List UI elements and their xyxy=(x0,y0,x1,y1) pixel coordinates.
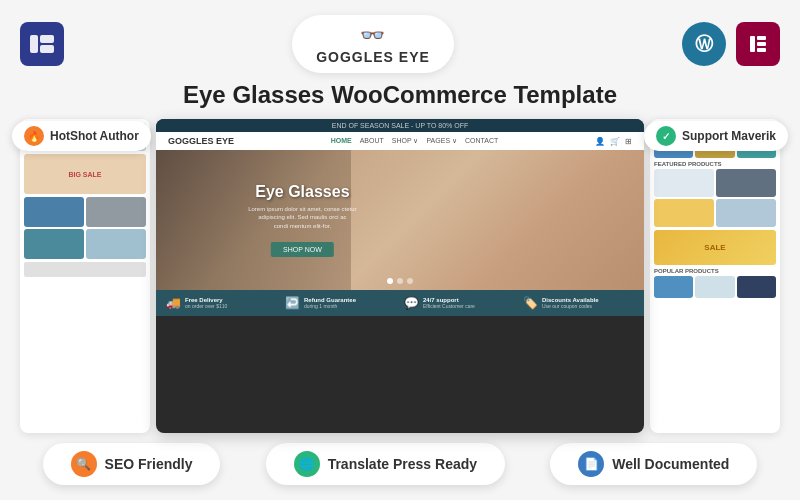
wordpress-logo: Ⓦ xyxy=(682,22,726,66)
well-documented-badge: 📄 Well Documented xyxy=(550,443,757,485)
refund-icon: ↩️ xyxy=(285,296,300,310)
support-maverik-badge: ✓ Support Maverik xyxy=(644,121,788,151)
dot-3 xyxy=(407,278,413,284)
dot-1 xyxy=(387,278,393,284)
featured-products-title: FEATURED PRODUCTS xyxy=(654,161,776,167)
main-container: 👓 GOGGLES EYE Ⓦ Eye Glasses WooCommerce … xyxy=(0,0,800,500)
cp-hero-title: Eye Glasses xyxy=(248,183,356,201)
cp-announcement-text: END OF SEASON SALE - UP TO 80% OFF xyxy=(164,122,636,129)
main-title: Eye Glasses WooCommerce Template xyxy=(183,81,617,109)
right-preview-panel: FEATURED PRODUCTS SALE POPULAR PRODUCTS xyxy=(650,119,780,433)
support-label: Support Maverik xyxy=(682,129,776,143)
cp-features-bar: 🚚 Free Delivery on order over $110 ↩️ Re… xyxy=(156,290,644,316)
seo-icon: 🔍 xyxy=(71,451,97,477)
seo-label: SEO Friendly xyxy=(105,456,193,472)
lp-banner: BIG SALE xyxy=(24,154,146,194)
nav-item-home: HOME xyxy=(331,137,352,145)
elementor-logo xyxy=(736,22,780,66)
discount-subtitle: Use our coupon codes xyxy=(542,303,599,309)
support-chat-icon: 💬 xyxy=(404,296,419,310)
cp-announcement-bar: END OF SEASON SALE - UP TO 80% OFF xyxy=(156,119,644,132)
feature-refund: ↩️ Refund Guarantee during 1 month xyxy=(285,296,396,310)
rp-popular-row xyxy=(654,276,776,298)
cp-nav-logo: GOGGLES EYE xyxy=(168,136,234,146)
cp-hero-section: Eye Glasses Lorem ipsum dolor sit amet, … xyxy=(156,150,644,290)
translate-press-badge: 🌐 Translate Press Ready xyxy=(266,443,505,485)
cp-nav-items: HOME ABOUT SHOP ∨ PAGES ∨ CONTACT xyxy=(331,137,499,145)
cart-icon: 🛒 xyxy=(610,137,620,146)
lp-footer xyxy=(24,262,146,277)
hotshot-author-badge: 🔥 HotShot Author xyxy=(12,121,151,151)
popular-products-title: POPULAR PRODUCTS xyxy=(654,268,776,274)
delivery-subtitle: on order over $110 xyxy=(185,303,227,309)
documented-label: Well Documented xyxy=(612,456,729,472)
content-area: 🔥 HotShot Author ✓ Support Maverik BIG S… xyxy=(20,119,780,433)
feature-discount: 🏷️ Discounts Available Use our coupon co… xyxy=(523,296,634,310)
rp-featured-grid xyxy=(654,169,776,227)
center-preview-panel: END OF SEASON SALE - UP TO 80% OFF GOGGL… xyxy=(156,119,644,433)
dot-2 xyxy=(397,278,403,284)
feature-support: 💬 24/7 support Efficient Customer care xyxy=(404,296,515,310)
nav-item-shop: SHOP ∨ xyxy=(392,137,419,145)
goggles-icon: 👓 xyxy=(360,23,385,47)
lp-banner-text: BIG SALE xyxy=(68,171,101,178)
feature-delivery: 🚚 Free Delivery on order over $110 xyxy=(166,296,277,310)
svg-rect-2 xyxy=(40,45,54,53)
lp-grid-1 xyxy=(24,197,84,227)
support-icon: ✓ xyxy=(656,126,676,146)
rp-product-3 xyxy=(654,199,714,227)
lp-grid-4 xyxy=(86,229,146,259)
rp-popular-3 xyxy=(737,276,776,298)
rp-product-4 xyxy=(716,199,776,227)
rp-sale-text: SALE xyxy=(704,243,725,252)
top-bar: 👓 GOGGLES EYE Ⓦ xyxy=(20,15,780,73)
svg-rect-5 xyxy=(757,42,766,46)
hero-dots xyxy=(387,278,413,284)
brand-name: GOGGLES EYE xyxy=(316,49,430,65)
ek-logo xyxy=(20,22,64,66)
rp-popular-1 xyxy=(654,276,693,298)
right-logos: Ⓦ xyxy=(682,22,780,66)
svg-rect-4 xyxy=(757,36,766,40)
bottom-features: 🔍 SEO Friendly 🌐 Translate Press Ready 📄… xyxy=(20,443,780,485)
svg-rect-1 xyxy=(40,35,54,43)
hotshot-label: HotShot Author xyxy=(50,129,139,143)
left-preview-panel: BIG SALE xyxy=(20,119,150,433)
translate-icon: 🌐 xyxy=(294,451,320,477)
nav-item-about: ABOUT xyxy=(360,137,384,145)
rp-product-1 xyxy=(654,169,714,197)
translate-label: Translate Press Ready xyxy=(328,456,477,472)
nav-item-contact: CONTACT xyxy=(465,137,498,145)
svg-rect-3 xyxy=(750,36,755,52)
svg-rect-6 xyxy=(757,48,766,52)
rp-sale-banner: SALE xyxy=(654,230,776,265)
user-icon: 👤 xyxy=(595,137,605,146)
refund-subtitle: during 1 month xyxy=(304,303,356,309)
svg-rect-0 xyxy=(30,35,38,53)
rp-product-2 xyxy=(716,169,776,197)
discount-icon: 🏷️ xyxy=(523,296,538,310)
center-logo-brand: 👓 GOGGLES EYE xyxy=(292,15,454,73)
cp-nav-icons: 👤 🛒 ⊞ xyxy=(595,137,632,146)
seo-friendly-badge: 🔍 SEO Friendly xyxy=(43,443,221,485)
shop-now-button[interactable]: SHOP NOW xyxy=(271,242,334,257)
lp-grid-3 xyxy=(24,229,84,259)
delivery-icon: 🚚 xyxy=(166,296,181,310)
cp-hero-content: Eye Glasses Lorem ipsum dolor sit amet, … xyxy=(248,183,356,257)
grid-icon: ⊞ xyxy=(625,137,632,146)
nav-item-pages: PAGES ∨ xyxy=(426,137,457,145)
hero-image xyxy=(351,150,644,290)
cp-hero-subtitle: Lorem ipsum dolor sit amet, conse ctetur… xyxy=(248,205,356,230)
hotshot-icon: 🔥 xyxy=(24,126,44,146)
lp-grid-2 xyxy=(86,197,146,227)
lp-product-grid xyxy=(24,197,146,259)
rp-popular-2 xyxy=(695,276,734,298)
document-icon: 📄 xyxy=(578,451,604,477)
support-subtitle: Efficient Customer care xyxy=(423,303,475,309)
cp-nav-bar: GOGGLES EYE HOME ABOUT SHOP ∨ PAGES ∨ CO… xyxy=(156,132,644,150)
